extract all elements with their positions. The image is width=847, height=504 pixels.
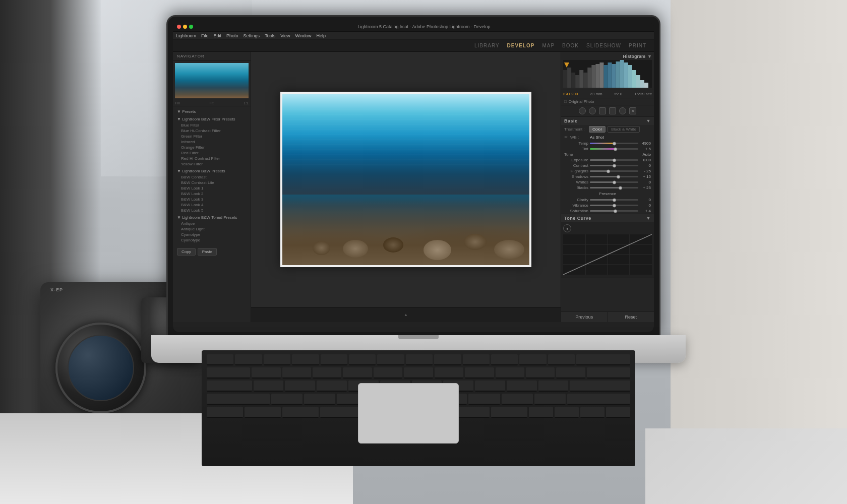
key[interactable] [406, 354, 433, 365]
bw-toned-header[interactable]: ▼ Lightroom B&W Toned Presets [173, 214, 251, 221]
saturation-thumb[interactable] [614, 209, 617, 213]
right-panel-scroll[interactable]: Basic ▼ Treatment : Color Black & White [561, 117, 654, 311]
menu-edit[interactable]: Edit [214, 33, 222, 38]
trackpad[interactable] [358, 383, 459, 444]
copy-button[interactable]: Copy [177, 248, 196, 256]
menu-photo[interactable]: Photo [226, 33, 238, 38]
close-button[interactable] [177, 25, 181, 29]
exposure-thumb[interactable] [613, 158, 616, 162]
clarity-thumb[interactable] [613, 198, 616, 202]
menu-view[interactable]: View [280, 33, 290, 38]
reset-button[interactable]: Reset [608, 312, 654, 322]
key-right[interactable] [606, 407, 630, 418]
key[interactable] [264, 354, 290, 365]
module-library[interactable]: LIBRARY [474, 43, 500, 48]
key[interactable] [502, 394, 533, 405]
saturation-track[interactable] [590, 210, 638, 212]
key[interactable] [271, 394, 302, 405]
key[interactable] [292, 354, 319, 365]
preset-green[interactable]: Green Filter [173, 134, 251, 139]
whites-thumb[interactable] [613, 180, 616, 184]
contrast-track[interactable] [590, 165, 638, 166]
key[interactable] [468, 394, 500, 405]
temp-track[interactable] [590, 143, 638, 144]
preset-antique[interactable]: Antique [173, 221, 251, 226]
key-alt[interactable] [282, 407, 319, 418]
key[interactable] [282, 367, 311, 379]
tool-spot[interactable] [589, 107, 596, 114]
key-fn[interactable] [207, 407, 243, 418]
menu-window[interactable]: Window [295, 33, 312, 38]
module-develop[interactable]: DEVELOP [507, 43, 535, 48]
key[interactable] [254, 381, 284, 392]
key[interactable] [404, 367, 433, 379]
contrast-thumb[interactable] [613, 164, 616, 167]
preset-red-hi[interactable]: Red Hi-Contrast Filter [173, 156, 251, 161]
key-backslash[interactable] [587, 367, 630, 379]
tint-thumb[interactable] [614, 147, 617, 151]
vibrance-thumb[interactable] [613, 204, 616, 207]
key-left[interactable] [529, 407, 553, 418]
tool-redeye[interactable] [599, 107, 606, 114]
color-btn[interactable]: Color [589, 126, 606, 133]
key-down[interactable] [580, 407, 604, 418]
key[interactable] [343, 367, 372, 379]
preset-blue-filter[interactable]: Blue Filter [173, 122, 251, 128]
menu-lightroom[interactable]: Lightroom [176, 33, 196, 38]
preset-bw-look4[interactable]: B&W Look 4 [173, 202, 251, 208]
preset-bw-look5[interactable]: B&W Look 5 [173, 208, 251, 213]
key[interactable] [317, 381, 347, 392]
key[interactable] [435, 367, 463, 379]
preset-antique-light[interactable]: Antique Light [173, 226, 251, 232]
key[interactable] [207, 354, 233, 365]
shadows-thumb[interactable] [617, 175, 620, 178]
fullscreen-button[interactable] [189, 25, 193, 29]
key-caps[interactable] [207, 381, 252, 392]
preset-bw-contrast-lite[interactable]: B&W Contrast Lite [173, 180, 251, 185]
key-up[interactable] [555, 407, 579, 418]
zoom-fill[interactable]: Fill [175, 101, 179, 105]
key[interactable] [534, 394, 566, 405]
preset-infrared[interactable]: Infrared [173, 139, 251, 145]
bw-filter-header[interactable]: ▼ Lightroom B&W Filter Presets [173, 116, 251, 122]
key-shift-right[interactable] [567, 394, 630, 405]
minimize-button[interactable] [183, 25, 187, 29]
tint-track[interactable] [590, 148, 638, 150]
menu-help[interactable]: Help [317, 33, 326, 38]
key-alt-right[interactable] [491, 407, 527, 418]
key[interactable] [321, 354, 347, 365]
menu-tools[interactable]: Tools [265, 33, 275, 38]
blacks-track[interactable] [590, 187, 638, 188]
tool-brush[interactable] [619, 107, 626, 114]
key[interactable] [235, 354, 262, 365]
whites-track[interactable] [590, 181, 638, 183]
wb-value[interactable]: As Shot [590, 135, 604, 140]
shadows-track[interactable] [590, 176, 638, 177]
zoom-1to1[interactable]: 1:1 [244, 101, 249, 105]
key-tab[interactable] [207, 367, 250, 379]
key[interactable] [548, 354, 575, 365]
preset-orange[interactable]: Orange Filter [173, 145, 251, 150]
key[interactable] [304, 394, 335, 405]
key[interactable] [285, 381, 315, 392]
highlights-track[interactable] [590, 170, 638, 172]
key[interactable] [434, 354, 461, 365]
key[interactable] [496, 367, 524, 379]
vibrance-track[interactable] [590, 205, 638, 206]
tool-gradient[interactable] [609, 107, 616, 114]
key[interactable] [538, 381, 569, 392]
preset-bw-contrast[interactable]: B&W Contrast [173, 174, 251, 180]
module-book[interactable]: BOOK [562, 43, 579, 48]
key[interactable] [519, 354, 546, 365]
auto-btn[interactable]: Auto [643, 152, 651, 157]
menu-file[interactable]: File [201, 33, 209, 38]
zoom-fit[interactable]: Fit [210, 101, 214, 105]
key[interactable] [475, 381, 505, 392]
tone-curve-point-mode[interactable]: ● [563, 224, 571, 232]
preset-bw-look1[interactable]: B&W Look 1 [173, 185, 251, 191]
key[interactable] [349, 354, 376, 365]
bw-btn[interactable]: Black & White [608, 126, 640, 133]
preset-group-header[interactable]: ▼ Presets [173, 108, 251, 115]
key[interactable] [377, 354, 404, 365]
key[interactable] [374, 367, 402, 379]
